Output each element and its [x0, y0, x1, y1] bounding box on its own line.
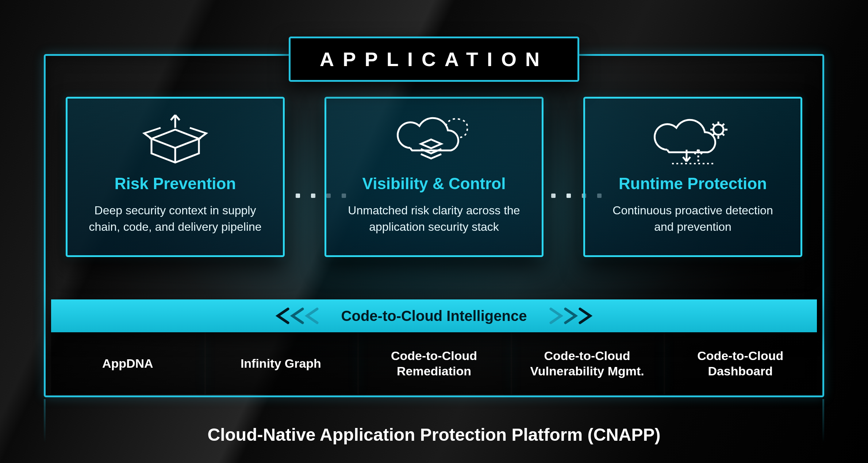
- pillar-desc: Unmatched risk clarity across the applic…: [345, 202, 523, 235]
- cloud-layers-icon: [394, 113, 474, 168]
- cloud-gear-icon: [651, 113, 735, 168]
- feature-label: Code-to-Cloud Dashboard: [674, 348, 807, 379]
- footer-title: Cloud-Native Application Protection Plat…: [0, 425, 868, 445]
- feature-ctc-remediation: Code-to-Cloud Remediation: [357, 332, 511, 394]
- intelligence-bar-label: Code-to-Cloud Intelligence: [341, 308, 527, 324]
- intelligence-bar: Code-to-Cloud Intelligence: [51, 299, 817, 332]
- feature-label: Infinity Graph: [241, 356, 321, 371]
- feature-infinity-graph: Infinity Graph: [204, 332, 358, 394]
- pillar-card-visibility-control: Visibility & Control Unmatched risk clar…: [324, 97, 544, 257]
- pillar-desc: Continuous proactive detection and preve…: [603, 202, 782, 235]
- feature-label: AppDNA: [102, 356, 153, 371]
- chevron-left-icon: [274, 307, 329, 324]
- pillar-card-risk-prevention: Risk Prevention Deep security context in…: [66, 97, 285, 257]
- chevron-right-icon: [539, 307, 594, 324]
- pillar-card-runtime-protection: Runtime Protection Continuous proactive …: [583, 97, 802, 257]
- pillar-title: Risk Prevention: [115, 175, 236, 193]
- feature-label: Code-to-Cloud Vulnerability Mgmt.: [521, 348, 654, 379]
- pillar-title: Visibility & Control: [362, 175, 506, 193]
- feature-label: Code-to-Cloud Remediation: [368, 348, 500, 379]
- feature-ctc-dashboard: Code-to-Cloud Dashboard: [664, 332, 817, 394]
- pillars-row: Risk Prevention Deep security context in…: [66, 97, 802, 257]
- features-row: AppDNA Infinity Graph Code-to-Cloud Reme…: [51, 332, 817, 394]
- box-up-arrow-icon: [141, 113, 210, 168]
- application-label: APPLICATION: [320, 48, 548, 70]
- feature-appdna: AppDNA: [51, 332, 204, 394]
- pillar-desc: Deep security context in supply chain, c…: [86, 202, 265, 235]
- svg-point-0: [713, 125, 723, 135]
- pillar-title: Runtime Protection: [619, 175, 767, 193]
- application-tab: APPLICATION: [289, 37, 579, 82]
- feature-ctc-vuln-mgmt: Code-to-Cloud Vulnerability Mgmt.: [511, 332, 664, 394]
